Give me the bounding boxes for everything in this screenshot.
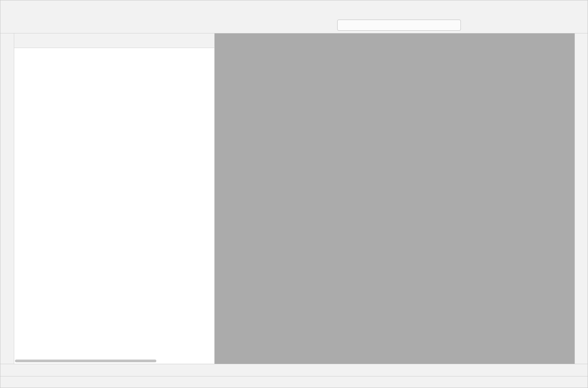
hammer-icon [323, 22, 330, 29]
project-structure-button[interactable] [544, 20, 554, 30]
project-panel-header [14, 33, 214, 48]
right-toolwindow-stripe [575, 33, 588, 364]
build-project-button[interactable] [321, 20, 331, 30]
hide-panel-button[interactable] [202, 37, 209, 44]
main-area [0, 33, 588, 364]
horizontal-scrollbar[interactable] [15, 360, 156, 362]
maximize-icon [548, 7, 553, 12]
window-controls [514, 0, 588, 17]
breadcrumb [7, 22, 34, 28]
project-tree [14, 48, 214, 364]
coverage-icon [497, 22, 504, 29]
window-icon [560, 22, 567, 29]
minus-icon [202, 37, 209, 44]
toolwindow-bar [0, 364, 588, 376]
toolwindow-layout-button[interactable] [558, 20, 568, 30]
left-toolwindow-stripe [0, 33, 14, 364]
project-tool-window [14, 33, 215, 364]
collapse-all-icon [172, 37, 179, 44]
ide-window [0, 0, 588, 388]
run-with-coverage-button[interactable] [495, 20, 505, 30]
minimize-icon [524, 7, 529, 12]
minimize-button[interactable] [514, 0, 538, 17]
crosshair-icon [157, 37, 164, 44]
chevron-down-icon[interactable] [33, 38, 39, 44]
blue-folder-icon [545, 22, 553, 29]
panel-actions [157, 37, 209, 44]
search-everywhere-button[interactable] [572, 20, 582, 30]
profiler-button[interactable] [509, 20, 519, 30]
profiler-icon [511, 22, 518, 29]
run-configuration-select[interactable] [337, 20, 461, 31]
panel-settings-button[interactable] [187, 37, 194, 44]
navigation-toolbar [0, 17, 588, 33]
stop-button [523, 20, 533, 30]
statusbar [0, 376, 588, 388]
editor-area[interactable] [215, 33, 575, 364]
titlebar [0, 0, 588, 17]
project-view-icon [21, 38, 27, 44]
spring-boot-icon [341, 22, 347, 28]
close-button[interactable] [563, 0, 588, 17]
locate-file-button[interactable] [157, 37, 164, 44]
intellij-idea-logo-icon [5, 4, 15, 14]
stop-icon [525, 22, 532, 29]
close-icon [573, 7, 578, 12]
project-node-icon [7, 22, 13, 28]
breadcrumb-separator-icon [18, 23, 23, 28]
run-button[interactable] [467, 20, 477, 30]
gear-icon [187, 37, 194, 44]
debug-bug-icon [482, 22, 490, 29]
run-play-icon [468, 22, 475, 29]
collapse-all-button[interactable] [172, 37, 179, 44]
maven-file-icon [25, 22, 31, 28]
toolwindow-toggle-icon[interactable] [5, 379, 11, 385]
run-toolbar [321, 20, 582, 31]
search-icon [574, 22, 581, 29]
maximize-button[interactable] [538, 0, 563, 17]
chevron-down-icon [452, 22, 458, 28]
debug-button[interactable] [481, 20, 491, 30]
